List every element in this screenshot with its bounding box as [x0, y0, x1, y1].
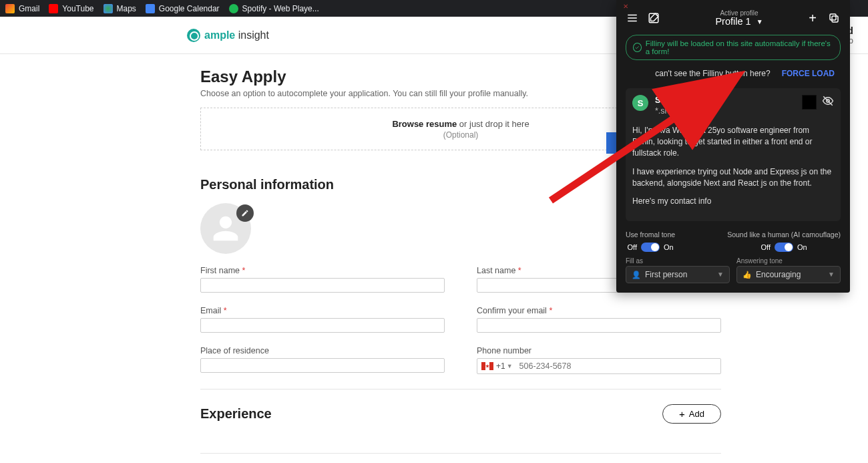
toggle-row: Use fromal tone Off On Sound like a huma… — [626, 230, 841, 252]
add-label: Add — [689, 409, 704, 419]
logo[interactable]: ample insight — [187, 29, 269, 42]
toggle-human: Sound like a human (AI camouflage) Off O… — [727, 230, 841, 252]
bookmark-label: Gmail — [19, 4, 39, 13]
switch-human[interactable] — [775, 243, 793, 252]
svg-rect-2 — [830, 14, 836, 20]
add-profile-button[interactable]: + — [806, 11, 819, 25]
spotify-icon — [229, 4, 238, 13]
fill-as-label: Fill as — [626, 257, 730, 265]
gmail-icon — [5, 4, 15, 13]
select-row: Fill as 👤First person ▼ Answering tone 👍… — [626, 257, 841, 283]
site-badge-icon: S — [632, 95, 648, 111]
active-profile-value: Profile 1 — [715, 16, 750, 27]
bookmark-spotify[interactable]: Spotify - Web Playe... — [229, 4, 319, 13]
add-experience-button[interactable]: +Add — [662, 404, 721, 424]
fill-as-value: First person — [645, 270, 687, 279]
site-domain: *.smartrecruiters — [655, 106, 717, 116]
field-phone: Phone number +1 ▼ — [477, 346, 721, 374]
edit-square-icon — [648, 12, 660, 24]
phone-wrapper: +1 ▼ — [477, 358, 721, 374]
tone-label: Answering tone — [736, 257, 841, 265]
site-name: Smartrecruiters — [655, 95, 717, 106]
input-first-name[interactable] — [200, 278, 445, 293]
edit-profile-button[interactable] — [647, 11, 660, 25]
label-first-name: First name * — [200, 266, 445, 275]
tone-value: Encouraging — [756, 270, 801, 279]
person-emoji-icon: 👤 — [632, 271, 641, 279]
thumbs-up-emoji-icon: 👍 — [742, 271, 752, 279]
close-icon[interactable]: ✕ — [623, 3, 628, 10]
hide-button[interactable] — [822, 95, 834, 110]
field-confirm-email: Confirm your email * — [477, 306, 721, 333]
tone-select[interactable]: 👍Encouraging ▼ — [736, 266, 841, 283]
field-first-name: First name * — [200, 266, 445, 293]
bookmark-maps[interactable]: Maps — [103, 4, 136, 13]
field-place: Place of residence — [200, 346, 445, 374]
eye-off-icon — [822, 95, 834, 107]
maps-icon — [103, 4, 113, 13]
pencil-icon — [241, 209, 249, 217]
chevron-down-icon: ▼ — [756, 18, 763, 25]
label-confirm-email: Confirm your email * — [477, 306, 721, 315]
force-load-row: can't see the Filliny button here? FORCE… — [626, 65, 841, 82]
panel-toolbar: Active profile Profile 1▼ + — [626, 9, 841, 27]
canada-flag-icon[interactable] — [481, 362, 493, 370]
switch-formal[interactable] — [641, 243, 660, 252]
bookmark-youtube[interactable]: YouTube — [49, 4, 93, 13]
bookmark-label: Maps — [117, 4, 136, 13]
bookmark-label: Spotify - Web Playe... — [242, 4, 319, 13]
person-icon — [211, 214, 240, 243]
education-section: Education +Add — [200, 454, 721, 463]
site-card: S Smartrecruiters *.smartrecruiters Hi, … — [626, 88, 841, 221]
youtube-icon — [49, 4, 58, 13]
toggle-on-label: On — [664, 243, 674, 251]
bio-line: Here's my contact info — [632, 196, 834, 207]
extension-panel: ✕ Active profile Profile 1▼ + Filliny wi… — [616, 0, 850, 293]
auto-load-info: Filliny will be loaded on this site auto… — [626, 35, 841, 60]
label-phone: Phone number — [477, 346, 721, 355]
bookmark-label: Google Calendar — [159, 4, 220, 13]
caret-down-icon[interactable]: ▼ — [507, 363, 513, 369]
toggle-off-label: Off — [761, 243, 770, 251]
check-circle-icon — [633, 43, 642, 52]
experience-title: Experience — [200, 406, 272, 422]
logo-text: ample insight — [204, 29, 269, 41]
plus-icon: + — [679, 409, 685, 419]
label-place: Place of residence — [200, 346, 445, 355]
phone-country-code[interactable]: +1 — [496, 361, 505, 371]
label-email: Email * — [200, 306, 445, 315]
copy-icon — [828, 12, 840, 24]
bookmark-gcal[interactable]: Google Calendar — [146, 4, 220, 13]
input-confirm-email[interactable] — [477, 318, 721, 333]
profile-selector[interactable]: Active profile Profile 1▼ — [680, 9, 798, 27]
toggle-off-label: Off — [627, 243, 636, 251]
copy-button[interactable] — [827, 11, 841, 25]
avatar-edit-button[interactable] — [236, 204, 254, 222]
chevron-down-icon: ▼ — [717, 271, 724, 278]
dropzone-optional: (Optional) — [443, 130, 479, 140]
logo-icon — [187, 29, 200, 42]
svg-rect-1 — [832, 16, 838, 22]
toggle-on-label: On — [797, 243, 807, 251]
autoload-text: Filliny will be loaded on this site auto… — [646, 39, 833, 55]
toggle-label: Sound like a human (AI camouflage) — [727, 230, 841, 239]
toggle-formal-tone: Use fromal tone Off On — [626, 230, 675, 252]
force-load-button[interactable]: FORCE LOAD — [776, 65, 841, 82]
profile-bio: Hi, I'm Ava Walker, a 25yo software engi… — [632, 125, 834, 208]
input-place[interactable] — [200, 358, 445, 373]
input-email[interactable] — [200, 318, 445, 333]
color-swatch[interactable] — [802, 95, 817, 110]
input-phone[interactable] — [517, 359, 720, 373]
experience-section: Experience +Add — [200, 390, 721, 438]
bio-line: I have experience trying out Node and Ex… — [632, 166, 834, 190]
menu-button[interactable] — [626, 11, 639, 25]
widget-edge — [606, 132, 617, 154]
dropzone-text: Browse resume or just drop it here — [392, 119, 529, 129]
bookmark-gmail[interactable]: Gmail — [5, 4, 39, 13]
bookmark-label: YouTube — [62, 4, 93, 13]
chevron-down-icon: ▼ — [828, 271, 835, 278]
bio-line: Hi, I'm Ava Walker, a 25yo software engi… — [632, 125, 834, 160]
fill-as-select[interactable]: 👤First person ▼ — [626, 266, 730, 283]
hamburger-icon — [626, 12, 638, 24]
toggle-label: Use fromal tone — [626, 230, 675, 239]
